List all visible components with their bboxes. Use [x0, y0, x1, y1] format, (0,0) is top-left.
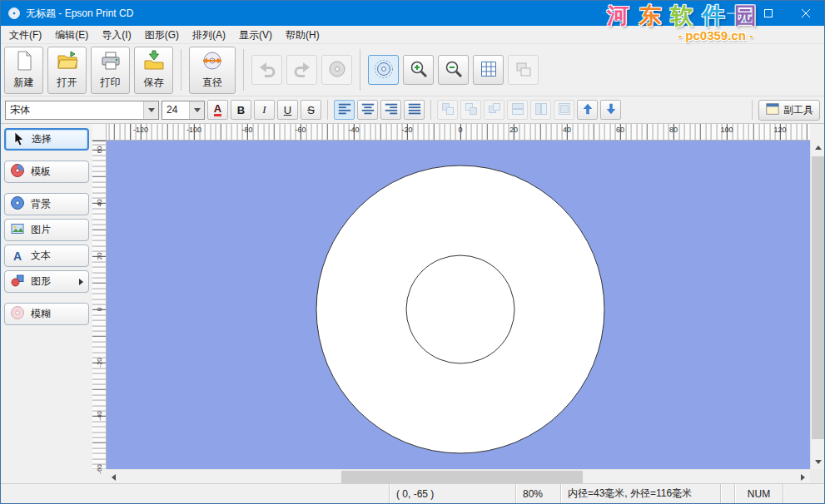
zoom-out-button[interactable] [438, 55, 469, 85]
object-tool-button[interactable] [507, 100, 528, 120]
save-button[interactable]: 保存 [134, 47, 173, 94]
print-button-label: 打印 [101, 76, 121, 90]
scroll-left-button[interactable] [107, 470, 121, 484]
strikethrough-button[interactable]: S [301, 100, 321, 120]
menu-file[interactable]: 文件(F) [2, 26, 48, 44]
toolbar-separator [181, 49, 181, 91]
menu-edit[interactable]: 编辑(E) [48, 26, 95, 44]
font-color-button[interactable]: A [207, 100, 228, 120]
ruler-label: 20 [509, 126, 518, 134]
diameter-button[interactable]: 直径 [189, 47, 236, 94]
subtool-label: 副工具 [783, 103, 813, 117]
sidebar-item-text[interactable]: A 文本 [4, 245, 89, 267]
app-icon[interactable] [7, 7, 21, 20]
menubar: 文件(F) 编辑(E) 导入(I) 图形(G) 排列(A) 显示(V) 帮助(H… [1, 26, 824, 44]
redo-button[interactable] [286, 55, 317, 85]
bold-label: B [237, 104, 245, 116]
horizontal-scroll-thumb[interactable] [341, 471, 583, 483]
preview-disc-button[interactable] [321, 55, 352, 85]
scrollbar-corner [810, 469, 824, 483]
sidebar-item-label: 模糊 [31, 307, 51, 321]
grid-button[interactable] [473, 55, 504, 85]
arrange-up-button[interactable] [577, 100, 598, 120]
cd-inner-hole[interactable] [406, 255, 514, 363]
align-left-button[interactable] [334, 100, 355, 120]
italic-button[interactable]: I [254, 100, 275, 120]
menu-arrange[interactable]: 排列(A) [186, 26, 232, 44]
maximize-button[interactable] [749, 1, 787, 26]
group-objects-icon [487, 101, 502, 119]
group-objects-icon [440, 101, 455, 119]
statusbar: ( 0, -65 ) 80% 内径=43毫米, 外径=116毫米 NUM [1, 483, 824, 503]
chevron-down-icon[interactable] [189, 101, 204, 119]
menu-help[interactable]: 帮助(H) [279, 26, 326, 44]
underline-button[interactable]: U [277, 100, 298, 120]
status-message [1, 484, 389, 503]
zoom-in-button[interactable] [403, 55, 434, 85]
sidebar-item-shapes[interactable]: 图形 [4, 270, 89, 293]
object-tool-button[interactable] [460, 100, 481, 120]
sidebar-item-label: 图形 [31, 274, 51, 289]
menu-graphics[interactable]: 图形(G) [138, 26, 186, 44]
subtool-button[interactable]: 副工具 [758, 100, 820, 121]
object-tool-button[interactable] [554, 100, 574, 120]
vertical-ruler: 6040200-20-40-60 [92, 141, 107, 469]
ruler-label: 20 [96, 253, 103, 260]
object-tool-button[interactable] [484, 100, 504, 120]
vertical-scroll-thumb[interactable] [812, 156, 824, 439]
arrange-down-button[interactable] [600, 100, 621, 120]
sidebar-item-template[interactable]: 模板 [4, 161, 89, 183]
toolbar-separator [327, 100, 328, 120]
menu-import[interactable]: 导入(I) [95, 26, 137, 44]
sidebar-item-background[interactable]: 背景 [4, 193, 89, 215]
align-right-button[interactable] [380, 100, 401, 120]
font-size-select[interactable]: 24 [162, 101, 205, 120]
minimize-button[interactable] [712, 1, 749, 26]
horizontal-scrollbar[interactable] [107, 469, 810, 483]
object-tool-button[interactable] [437, 100, 458, 120]
align-left-icon [337, 101, 352, 119]
cd-design-surface[interactable] [107, 141, 810, 469]
zoom-out-icon [444, 59, 464, 82]
ruler-label: 0 [458, 126, 462, 134]
sidebar-item-blur[interactable]: 模糊 [4, 303, 89, 325]
undo-button[interactable] [251, 55, 282, 85]
align-justify-button[interactable] [404, 100, 425, 120]
print-button[interactable]: 打印 [91, 47, 130, 94]
group-objects-icon [464, 101, 479, 119]
open-button[interactable]: 打开 [47, 47, 87, 94]
cd-view-toggle-button[interactable] [368, 55, 399, 85]
ruler-label: -120 [133, 126, 148, 134]
new-button[interactable]: 新建 [4, 47, 43, 94]
chevron-down-icon[interactable] [143, 101, 158, 119]
vertical-scrollbar[interactable] [810, 141, 824, 469]
save-button-label: 保存 [144, 76, 164, 90]
scroll-right-button[interactable] [796, 470, 810, 484]
toolbar-separator [243, 49, 244, 91]
ruler-label: 80 [669, 126, 678, 134]
titlebar: 无标题 - Epson Print CD [1, 1, 824, 26]
undo-icon [257, 59, 277, 82]
diameter-icon [201, 50, 223, 74]
status-filler [720, 484, 734, 503]
scroll-down-button[interactable] [811, 455, 825, 469]
layout-button[interactable] [508, 55, 539, 85]
printer-icon [100, 50, 122, 74]
scroll-up-button[interactable] [811, 141, 825, 155]
font-family-select[interactable]: 宋体 [5, 101, 159, 120]
align-center-button[interactable] [357, 100, 378, 120]
sidebar-item-select[interactable]: 选择 [4, 128, 89, 151]
align-right-icon [384, 101, 399, 119]
sidebar-item-picture[interactable]: 图片 [4, 219, 89, 241]
bold-button[interactable]: B [231, 100, 251, 120]
object-tool-button[interactable] [530, 100, 551, 120]
ruler-label: 120 [773, 126, 786, 134]
group-objects-icon [510, 101, 525, 119]
new-document-icon [13, 50, 35, 74]
close-button[interactable] [787, 1, 824, 26]
template-disc-icon [10, 163, 25, 180]
picture-icon [10, 221, 25, 239]
workspace: 选择 模板 背景 [1, 124, 824, 483]
menu-view[interactable]: 显示(V) [232, 26, 279, 44]
canvas[interactable] [107, 141, 810, 469]
